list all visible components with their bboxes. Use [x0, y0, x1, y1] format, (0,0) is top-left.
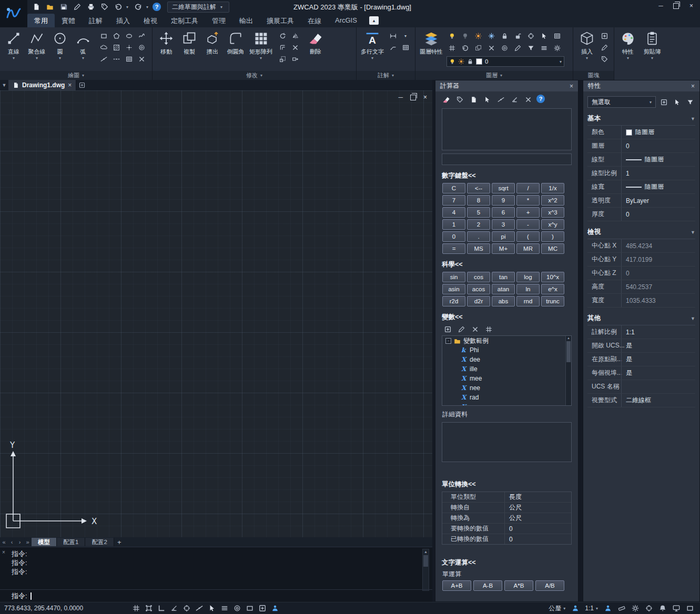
intersection-icon[interactable] — [523, 95, 533, 104]
window-restore-button[interactable] — [668, 0, 684, 12]
add-layout-button[interactable]: + — [114, 538, 125, 546]
last-layout-button[interactable]: » — [24, 539, 32, 545]
lineweight-display-icon[interactable] — [218, 603, 230, 613]
calc-key-atan[interactable]: atan — [492, 284, 515, 294]
leader-icon[interactable] — [388, 43, 398, 52]
layer-lock-icon[interactable] — [499, 31, 510, 40]
ortho-mode-icon[interactable] — [155, 603, 167, 613]
polar-tracking-icon[interactable] — [168, 603, 180, 613]
selection-cycling-icon[interactable] — [244, 603, 256, 613]
point-icon[interactable] — [124, 43, 134, 52]
layer-walk-icon[interactable] — [447, 43, 457, 53]
property-row-thickness[interactable]: 厚度 0 — [587, 208, 695, 221]
calc-key-acos[interactable]: acos — [467, 284, 490, 294]
edit-block-icon[interactable] — [599, 43, 610, 52]
property-value[interactable]: 隨圖層 — [621, 180, 695, 193]
unit-row-value[interactable]: 0 — [504, 534, 571, 544]
layer-off-icon[interactable] — [460, 31, 470, 40]
stretch-icon[interactable] — [290, 54, 300, 64]
calc-key-9[interactable]: 9 — [492, 195, 515, 206]
unit-row[interactable]: 轉換自公尺 — [442, 503, 571, 513]
panel-layer-label[interactable]: 圖層 ▾ — [415, 71, 573, 80]
tool-move[interactable]: 移動 — [155, 29, 177, 71]
dropdown-arrow-icon[interactable]: ▾ — [36, 56, 38, 60]
transparency-display-icon[interactable] — [231, 603, 243, 613]
layer-freeze-icon[interactable] — [486, 31, 496, 40]
units-selector[interactable]: 公釐 ▾ — [546, 604, 567, 613]
property-value[interactable]: 是 — [621, 353, 695, 366]
calculator-history-display[interactable] — [442, 108, 572, 150]
tool-mtext[interactable]: A 多行文字 ▾ — [359, 29, 385, 71]
calc-key-d2r[interactable]: d2r — [467, 296, 490, 306]
layer-on-icon[interactable] — [447, 31, 457, 40]
ribbon-tab-online[interactable]: 在線 — [301, 14, 328, 27]
calc-key-plus[interactable]: + — [516, 207, 540, 218]
calc-key-ex[interactable]: e^x — [541, 284, 564, 294]
first-layout-button[interactable]: « — [0, 539, 8, 545]
properties-title-bar[interactable]: 特性 × — [583, 80, 699, 91]
hatch-icon[interactable] — [111, 43, 121, 52]
redo-dropdown-icon[interactable]: ▾ — [146, 5, 150, 9]
rectangle-icon[interactable] — [98, 31, 109, 40]
distance-between-points-icon[interactable] — [495, 95, 506, 104]
section-collapse-icon[interactable]: ▼ — [691, 116, 695, 121]
variable-item[interactable]: Xrad — [442, 393, 571, 402]
layer-make-current-icon[interactable] — [512, 43, 523, 53]
wipeout-icon[interactable] — [136, 54, 147, 64]
section-view-header[interactable]: 檢視 ▼ — [587, 228, 695, 239]
layer-states-icon[interactable] — [552, 31, 562, 40]
variable-item[interactable]: Xdee — [442, 355, 571, 364]
unit-row-value[interactable]: 公尺 — [504, 503, 571, 513]
variables-tree[interactable]: - 變數範例 kPhi Xdee Xille Xmee Xnee Xrad Xv… — [442, 335, 572, 406]
calc-key-multiply[interactable]: * — [516, 195, 540, 206]
layer-isolate-icon[interactable] — [525, 31, 536, 40]
section-basic-header[interactable]: 基本 ▼ — [587, 114, 695, 126]
property-value[interactable]: 隨圖層 — [621, 153, 695, 166]
dimension-dropdown-icon[interactable]: ▾ — [400, 31, 411, 40]
calc-key-equals[interactable]: = — [442, 243, 465, 254]
edit-variable-icon[interactable] — [456, 324, 466, 334]
object-snap-tracking-icon[interactable] — [193, 603, 205, 613]
calc-key-power[interactable]: x^y — [541, 219, 564, 230]
next-layout-button[interactable]: › — [16, 539, 24, 545]
drawing-canvas[interactable]: ─ × Y X — [0, 90, 432, 537]
panel-expand-icon[interactable]: ▾ — [392, 73, 394, 78]
dropdown-arrow-icon[interactable]: ▾ — [586, 56, 588, 60]
tool-polyline[interactable]: 聚合線 ▾ — [26, 29, 48, 71]
property-value[interactable]: 0 — [621, 208, 695, 221]
annotation-monitor-icon[interactable] — [269, 603, 281, 613]
undo-dropdown-icon[interactable]: ▾ — [126, 5, 130, 9]
document-tab-menu-icon[interactable]: ▼ — [0, 83, 8, 88]
tool-clipboard[interactable]: 剪貼簿 ▾ — [641, 29, 663, 71]
calc-key-memory-clear[interactable]: MC — [541, 243, 564, 254]
property-row-lineweight[interactable]: 線寬 隨圖層 — [587, 180, 695, 194]
region-icon[interactable] — [124, 54, 134, 64]
calc-key-minus[interactable]: - — [516, 219, 540, 230]
calc-key-2[interactable]: 2 — [467, 219, 490, 230]
property-value[interactable]: 0 — [621, 139, 695, 152]
dropdown-arrow-icon[interactable]: ▾ — [59, 56, 61, 60]
table-icon[interactable] — [400, 43, 411, 52]
previous-layout-button[interactable]: ‹ — [8, 539, 16, 545]
hardware-acceleration-icon[interactable] — [670, 603, 682, 613]
ellipse-icon[interactable] — [124, 31, 134, 40]
save-icon[interactable] — [58, 2, 69, 12]
layer-combo[interactable]: 0 ▾ — [447, 56, 564, 67]
tool-erase[interactable]: 刪除 — [305, 29, 327, 71]
property-value[interactable]: 是 — [621, 339, 695, 352]
property-row-center-z[interactable]: 中心點 Z 0 — [587, 267, 695, 280]
divide-icon[interactable] — [111, 54, 121, 64]
calc-key-sqrt[interactable]: sqrt — [492, 183, 515, 193]
property-row-linetype-scale[interactable]: 線型比例 1 — [587, 167, 695, 180]
panel-modify-label[interactable]: 修改 ▾ — [153, 71, 356, 80]
variable-item[interactable]: Xvee — [442, 402, 571, 406]
variables-root-node[interactable]: - 變數範例 — [442, 336, 571, 345]
dropdown-arrow-icon[interactable]: ▾ — [82, 56, 84, 60]
panel-expand-icon[interactable]: ▾ — [260, 73, 262, 78]
layer-settings-icon[interactable] — [552, 43, 562, 53]
keypad-section-header[interactable]: 數字鍵盤<< — [442, 171, 578, 180]
calc-key-clear[interactable]: C — [442, 183, 465, 193]
calc-key-decimal[interactable]: . — [467, 231, 490, 242]
section-misc-header[interactable]: 其他 ▼ — [587, 314, 695, 325]
calc-key-10x[interactable]: 10^x — [541, 272, 564, 282]
